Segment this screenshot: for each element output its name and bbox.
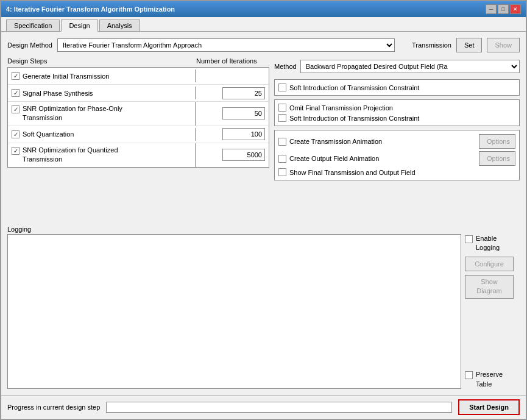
design-method-label: Design Method <box>7 41 52 49</box>
start-design-button[interactable]: Start Design <box>458 399 520 415</box>
steps-table: Generate Initial Transmission Signal Pha… <box>7 67 269 168</box>
step-iter-snr-quant <box>196 148 269 162</box>
preserve-table-area: Preserve Table <box>465 370 520 389</box>
step-check-snr-quant: SNR Optimization for QuantizedTransmissi… <box>8 143 196 167</box>
checkbox-create-output[interactable] <box>278 155 286 163</box>
logging-label: Logging <box>7 226 520 233</box>
design-method-select[interactable]: Iterative Fourier Transform Algorithm Ap… <box>57 38 395 52</box>
step-check-generate: Generate Initial Transmission <box>8 69 196 82</box>
design-method-row: Design Method Iterative Fourier Transfor… <box>7 38 520 52</box>
options-btn-anim[interactable]: Options <box>479 134 515 149</box>
iterations-label: Number of Iterations <box>196 57 269 65</box>
configure-button[interactable]: Configure <box>465 257 514 271</box>
label-omit-final: Omit Final Transmission Projection <box>289 104 393 112</box>
step-input-snr-phase[interactable] <box>222 107 265 119</box>
close-button[interactable]: ✕ <box>510 4 521 14</box>
step-label-signal: Signal Phase Synthesis <box>23 90 93 97</box>
option-create-anim-row: Create Transmission Animation Options <box>278 134 515 149</box>
options-block-1: Soft Introduction of Transmission Constr… <box>274 79 520 96</box>
checkbox-omit-final[interactable] <box>278 104 286 112</box>
step-checkbox-snr-quant[interactable] <box>12 147 19 155</box>
tab-analysis[interactable]: Analysis <box>99 20 140 31</box>
table-row: Generate Initial Transmission <box>8 68 269 85</box>
options-block-2: Omit Final Transmission Projection Soft … <box>274 99 520 126</box>
step-input-snr-quant[interactable] <box>222 149 265 161</box>
checkbox-enable-logging[interactable] <box>465 235 473 243</box>
logging-text-area <box>7 234 461 389</box>
table-row: Signal Phase Synthesis <box>8 85 269 102</box>
set-button[interactable]: Set <box>456 38 483 52</box>
step-check-soft-quant: Soft Quantization <box>8 128 196 141</box>
logging-controls: Enable Logging Configure ShowDiagram Pre… <box>465 234 520 389</box>
step-label-snr-quant: SNR Optimization for QuantizedTransmissi… <box>23 146 118 165</box>
table-row: SNR Optimization for QuantizedTransmissi… <box>8 143 269 167</box>
tab-design[interactable]: Design <box>61 20 97 32</box>
options-btn-output[interactable]: Options <box>479 151 515 166</box>
label-create-anim: Create Transmission Animation <box>289 138 382 145</box>
steps-header-labels: Design Steps Number of Iterations <box>7 57 269 66</box>
step-iter-signal <box>196 86 269 101</box>
transmission-label: Transmission <box>412 41 451 49</box>
label-preserve-table: Preserve Table <box>476 370 520 389</box>
step-iter-soft-quant <box>196 127 269 141</box>
preserve-table-row: Preserve Table <box>465 370 520 389</box>
option-soft-intro-1: Soft Introduction of Transmission Constr… <box>278 84 515 91</box>
show-diagram-button[interactable]: ShowDiagram <box>465 275 514 299</box>
title-bar: 4: Iterative Fourier Transform Algorithm… <box>1 1 526 17</box>
step-checkbox-generate[interactable] <box>12 72 19 80</box>
progress-bar <box>106 402 452 413</box>
option-soft-intro-2: Soft Introduction of Transmission Constr… <box>278 114 515 122</box>
step-input-signal[interactable] <box>222 87 265 99</box>
logging-section: Logging Enable Logging Configure ShowDia… <box>7 226 520 389</box>
step-checkbox-signal[interactable] <box>12 89 19 97</box>
checkbox-preserve-table[interactable] <box>465 371 473 379</box>
step-iter-generate <box>196 75 269 77</box>
step-label-snr-phase: SNR Optimization for Phase-OnlyTransmiss… <box>23 104 122 123</box>
option-show-final: Show Final Transmission and Output Field <box>278 168 515 176</box>
right-panel: Method Backward Propagated Desired Outpu… <box>274 57 520 221</box>
checkbox-show-final[interactable] <box>278 168 286 176</box>
left-panel: Design Steps Number of Iterations Genera… <box>7 57 269 221</box>
step-input-soft-quant[interactable] <box>222 128 265 140</box>
main-area: Design Steps Number of Iterations Genera… <box>7 57 520 221</box>
options-block-3: Create Transmission Animation Options Cr… <box>274 130 520 180</box>
step-checkbox-soft-quant[interactable] <box>12 130 19 138</box>
step-label-soft-quant: Soft Quantization <box>23 130 74 138</box>
maximize-button[interactable]: □ <box>498 4 509 14</box>
bottom-bar: Progress in current design step Start De… <box>1 395 526 419</box>
label-soft-intro-2: Soft Introduction of Transmission Constr… <box>289 115 419 122</box>
enable-logging-row: Enable Logging <box>465 234 520 253</box>
title-buttons: ─ □ ✕ <box>486 4 521 14</box>
step-label-generate: Generate Initial Transmission <box>23 73 109 80</box>
checkbox-soft-intro-2[interactable] <box>278 114 286 122</box>
progress-label: Progress in current design step <box>7 404 100 411</box>
main-content: Design Method Iterative Fourier Transfor… <box>1 32 526 395</box>
logging-inner: Enable Logging Configure ShowDiagram Pre… <box>7 234 520 389</box>
show-button[interactable]: Show <box>487 38 520 52</box>
step-check-signal: Signal Phase Synthesis <box>8 87 196 99</box>
option-omit-final: Omit Final Transmission Projection <box>278 104 515 112</box>
step-checkbox-snr-phase[interactable] <box>12 105 19 113</box>
table-row: SNR Optimization for Phase-OnlyTransmiss… <box>8 102 269 126</box>
table-row: Soft Quantization <box>8 126 269 143</box>
window-title: 4: Iterative Fourier Transform Algorithm… <box>6 5 175 13</box>
minimize-button[interactable]: ─ <box>486 4 497 14</box>
checkbox-create-anim[interactable] <box>278 138 286 146</box>
method-select[interactable]: Backward Propagated Desired Output Field… <box>300 60 520 73</box>
label-create-output: Create Output Field Animation <box>289 155 379 162</box>
option-create-output: Create Output Field Animation <box>278 155 379 163</box>
method-label: Method <box>274 63 297 70</box>
label-enable-logging: Enable Logging <box>476 234 520 253</box>
label-show-final: Show Final Transmission and Output Field <box>289 169 416 176</box>
option-create-anim: Create Transmission Animation <box>278 138 382 146</box>
checkbox-soft-intro-1[interactable] <box>278 84 286 91</box>
step-check-snr-phase: SNR Optimization for Phase-OnlyTransmiss… <box>8 102 196 126</box>
option-create-output-row: Create Output Field Animation Options <box>278 151 515 166</box>
main-window: 4: Iterative Fourier Transform Algorithm… <box>0 0 527 420</box>
tab-bar: Specification Design Analysis <box>1 17 526 32</box>
design-steps-label: Design Steps <box>7 57 191 65</box>
tab-specification[interactable]: Specification <box>6 20 60 31</box>
label-soft-intro-1: Soft Introduction of Transmission Constr… <box>289 84 419 91</box>
method-row: Method Backward Propagated Desired Outpu… <box>274 57 520 76</box>
step-iter-snr-phase <box>196 106 269 121</box>
